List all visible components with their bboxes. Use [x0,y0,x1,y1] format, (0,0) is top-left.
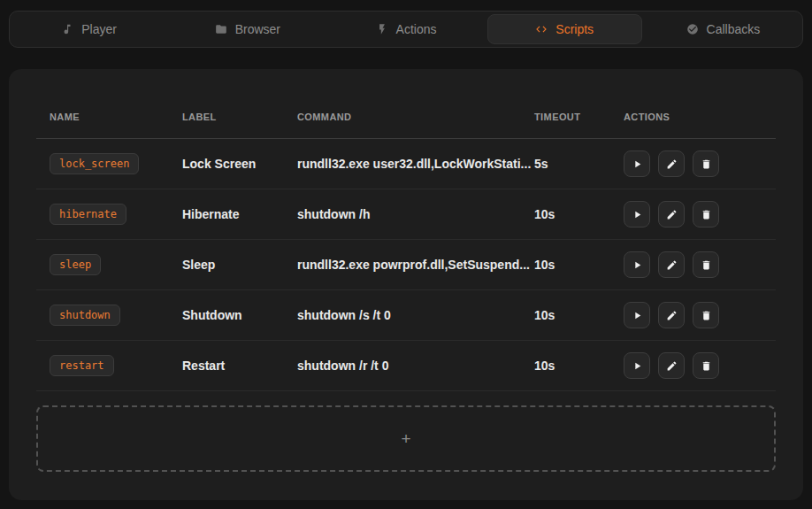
tab-scripts[interactable]: Scripts [487,14,642,44]
pencil-icon [666,360,678,372]
run-script-button[interactable] [624,352,650,379]
lightning-icon [376,23,388,35]
tab-label: Actions [396,22,437,36]
run-script-button[interactable] [624,201,650,228]
column-header-timeout: Timeout [534,112,624,122]
script-command: rundll32.exe user32.dll,LockWorkStati... [297,157,534,171]
script-label: Restart [182,359,297,373]
table-row: hibernate Hibernate shutdown /h 10s [36,189,776,240]
edit-script-button[interactable] [658,201,685,228]
pencil-icon [666,209,678,220]
delete-script-button[interactable] [693,302,719,328]
tab-callbacks[interactable]: Callbacks [646,14,801,44]
table-row: lock_screen Lock Screen rundll32.exe use… [36,139,776,189]
script-timeout: 10s [534,207,624,221]
tab-label: Player [81,22,117,36]
script-name-badge: hibernate [50,204,126,225]
play-icon [632,360,643,372]
column-header-label: Label [182,112,297,122]
script-name-badge: restart [50,355,114,376]
run-script-button[interactable] [624,302,650,328]
delete-script-button[interactable] [693,352,719,379]
pencil-icon [666,158,678,170]
table-row: sleep Sleep rundll32.exe powrprof.dll,Se… [36,240,776,290]
music-note-icon [61,23,73,35]
edit-script-button[interactable] [658,352,685,379]
column-header-name: Name [36,112,182,122]
tab-label: Callbacks [707,22,761,36]
play-icon [632,259,643,271]
edit-script-button[interactable] [658,302,685,328]
pencil-icon [666,310,678,321]
script-label: Lock Screen [182,157,297,171]
script-command: shutdown /h [297,207,534,221]
add-script-button[interactable]: + [36,405,776,472]
script-name-badge: lock_screen [50,153,139,174]
check-circle-icon [686,23,699,35]
script-timeout: 10s [534,359,624,373]
trash-icon [701,360,712,372]
script-timeout: 5s [534,157,624,171]
script-label: Sleep [182,258,297,272]
delete-script-button[interactable] [693,251,719,278]
app-window: Player Browser Actions Scripts Callbacks [0,0,812,509]
edit-script-button[interactable] [658,150,685,177]
tab-player[interactable]: Player [11,14,166,44]
script-command: shutdown /r /t 0 [297,359,534,373]
delete-script-button[interactable] [693,201,719,228]
run-script-button[interactable] [624,150,650,177]
script-timeout: 10s [534,308,624,322]
tab-browser[interactable]: Browser [170,14,325,44]
play-icon [632,310,643,321]
script-command: shutdown /s /t 0 [297,308,534,322]
top-navigation: Player Browser Actions Scripts Callbacks [9,11,803,48]
tab-label: Browser [235,22,280,36]
plus-icon: + [401,429,410,449]
play-icon [632,158,643,170]
script-timeout: 10s [534,258,624,272]
table-header: Name Label Command Timeout Actions [36,96,776,139]
trash-icon [701,158,712,170]
script-command: rundll32.exe powrprof.dll,SetSuspend... [297,258,534,272]
run-script-button[interactable] [624,251,650,278]
folder-icon [215,23,227,35]
column-header-actions: Actions [624,112,776,122]
column-header-command: Command [297,112,534,122]
delete-script-button[interactable] [693,150,719,177]
trash-icon [701,209,712,220]
script-name-badge: sleep [50,254,101,275]
trash-icon [701,259,712,271]
tab-label: Scripts [555,22,594,36]
table-row: shutdown Shutdown shutdown /s /t 0 10s [36,290,776,341]
pencil-icon [666,259,678,271]
edit-script-button[interactable] [658,251,685,278]
script-name-badge: shutdown [50,305,120,326]
code-icon [535,23,548,35]
play-icon [632,209,643,220]
scripts-panel: Name Label Command Timeout Actions lock_… [9,69,803,500]
script-label: Shutdown [182,308,297,322]
table-row: restart Restart shutdown /r /t 0 10s [36,341,776,391]
tab-actions[interactable]: Actions [328,14,483,44]
script-label: Hibernate [182,207,297,221]
trash-icon [701,310,712,321]
